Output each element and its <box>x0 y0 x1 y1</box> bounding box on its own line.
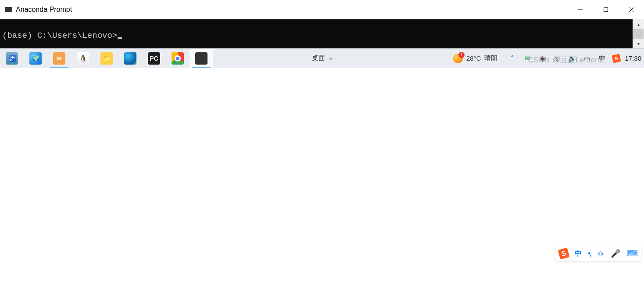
qq-icon: 🐧 <box>77 52 89 65</box>
globe-icon: 🌍 <box>29 52 42 65</box>
keyboard-icon[interactable]: ⌨ <box>626 249 638 258</box>
edge-icon <box>124 52 136 65</box>
weather-widget[interactable]: 1 28°C 晴朗 <box>453 54 498 63</box>
close-button[interactable] <box>619 0 644 19</box>
file-explorer-icon: 📁 <box>100 52 113 65</box>
taskbar-app-edge[interactable] <box>118 49 142 68</box>
taskbar-app-1[interactable]: 🚰 <box>0 49 24 68</box>
punctuation-icon[interactable]: •, <box>588 249 590 258</box>
sun-icon: 1 <box>453 54 463 63</box>
ime-mode-indicator[interactable]: 中 <box>575 249 582 258</box>
taskbar-right: 1 28°C 晴朗 ˄ ✉ ◉ ⦾ 🔊 ▭ 中 S 17:30 <box>453 49 644 68</box>
taskbar-app-explorer[interactable]: 📁 <box>95 49 118 68</box>
tray-battery-icon[interactable]: ▭ <box>583 54 591 63</box>
desktop-label: 桌面 <box>312 54 325 62</box>
sogou-logo-icon[interactable]: S <box>558 248 570 260</box>
wechat-icon: ✉ <box>53 52 65 65</box>
tray-wechat-icon[interactable]: ✉ <box>523 54 532 63</box>
terminal-icon <box>195 52 208 65</box>
taskbar-app-cmd[interactable] <box>190 49 213 68</box>
taskbar-app-qq[interactable]: 🐧 <box>71 49 95 68</box>
ime-toolbar[interactable]: S 中 •, ☺ 🎤 ⌨ <box>555 246 641 261</box>
terminal-area: (base) C:\Users\Lenovo> ▴ ▾ <box>0 19 644 48</box>
taskbar-app-2[interactable]: 🌍 <box>24 49 47 68</box>
microphone-icon[interactable]: 🎤 <box>611 249 620 258</box>
taskbar: 🚰 🌍 ✉ 🐧 📁 PC 桌面 » 1 28°C 晴朗 ˄ <box>0 48 644 68</box>
tray-app-icon[interactable]: ◉ <box>538 54 547 63</box>
tray-sogou-icon[interactable]: S <box>612 54 621 63</box>
system-tray: ˄ ✉ ◉ ⦾ 🔊 ▭ 中 S <box>508 54 620 63</box>
scroll-thumb[interactable] <box>633 29 644 39</box>
taskbar-center[interactable]: 桌面 » <box>312 49 333 68</box>
window-titlebar: Anaconda Prompt <box>0 0 644 19</box>
terminal-output[interactable]: (base) C:\Users\Lenovo> <box>0 19 633 48</box>
taskbar-app-chrome[interactable] <box>166 49 190 68</box>
notification-badge: 1 <box>458 52 465 58</box>
scroll-up-arrow-icon[interactable]: ▴ <box>633 19 644 29</box>
vertical-scrollbar[interactable]: ▴ ▾ <box>633 19 644 48</box>
app-icon-1: 🚰 <box>6 52 18 65</box>
emoji-icon[interactable]: ☺ <box>597 249 605 258</box>
cursor-icon <box>118 37 122 39</box>
taskbar-pinned-apps: 🚰 🌍 ✉ 🐧 📁 PC <box>0 49 213 68</box>
minimize-button[interactable] <box>568 0 593 19</box>
weather-temp: 28°C <box>466 54 481 62</box>
taskbar-app-wechat[interactable]: ✉ <box>47 49 71 68</box>
weather-condition: 晴朗 <box>484 54 497 62</box>
window-title: Anaconda Prompt <box>16 6 72 14</box>
app-icon <box>5 7 12 12</box>
chrome-icon <box>172 52 184 65</box>
taskbar-clock[interactable]: 17:30 <box>625 54 641 62</box>
scroll-down-arrow-icon[interactable]: ▾ <box>633 39 644 48</box>
maximize-button[interactable] <box>593 0 619 19</box>
tray-wifi-icon[interactable]: ⦾ <box>553 54 562 63</box>
svg-rect-1 <box>604 7 608 11</box>
prompt-text: (base) C:\Users\Lenovo> <box>2 31 117 40</box>
chevron-right-icon: » <box>329 55 333 62</box>
taskbar-app-pycharm[interactable]: PC <box>142 49 166 68</box>
tray-chevron-up-icon[interactable]: ˄ <box>508 54 517 63</box>
tray-ime-zhong-icon[interactable]: 中 <box>597 54 606 63</box>
pycharm-icon: PC <box>148 52 160 65</box>
tray-volume-icon[interactable]: 🔊 <box>568 54 576 63</box>
